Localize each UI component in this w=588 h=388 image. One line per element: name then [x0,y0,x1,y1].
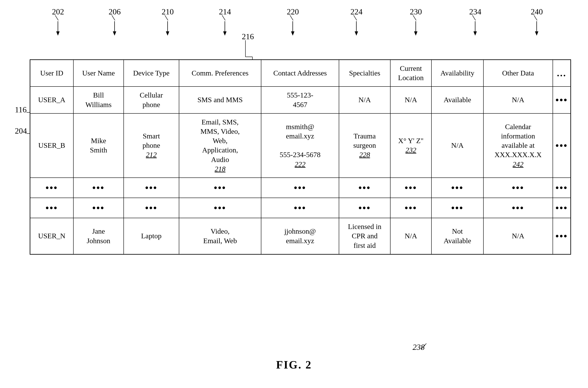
cell-specialties: N/A [339,87,390,113]
cell-other-data: N/A [484,87,553,113]
table-row-dots: ••• ••• ••• ••• ••• ••• ••• ••• ••• ••• [30,198,571,218]
cell-dots: ••• [124,178,179,198]
cell-dots: ••• [179,198,261,218]
svg-text:238: 238 [412,343,425,352]
cell-other-data: Calendarinformationavailable atXXX.XXX.X… [484,113,553,178]
cell-user-name: MikeSmith [73,113,124,178]
cell-user-name: JaneJohnson [73,218,124,254]
header-user-name: User Name [73,60,124,87]
cell-comm-prefs: Video,Email, Web [179,218,261,254]
cell-device-type: Laptop [124,218,179,254]
table-row: USER_B MikeSmith Smartphone 212 Email, S… [30,113,571,178]
cell-other-data: N/A [484,218,553,254]
cell-current-location: X° Y' Z" 232 [390,113,432,178]
cell-dots: ••• [390,178,432,198]
header-specialties: Specialties [339,60,390,87]
cell-current-location: N/A [390,218,432,254]
cell-dots: ••• [432,178,484,198]
cell-dots: ••• [30,178,73,198]
cell-device-type: Smartphone 212 [124,113,179,178]
svg-text:234: 234 [469,7,481,16]
cell-comm-prefs: Email, SMS,MMS, Video,Web,Application,Au… [179,113,261,178]
svg-text:230: 230 [410,7,422,16]
cell-current-location: N/A [390,87,432,113]
svg-line-19 [290,15,293,20]
cell-dots: ••• [553,198,571,218]
svg-line-2 [55,15,58,20]
cell-dots: ••• [484,178,553,198]
svg-text:116: 116 [15,105,27,114]
cell-dots: ••• [339,178,390,198]
cell-dots: ••• [73,198,124,218]
cell-dots: ••• [484,198,553,218]
cell-user-name: BillWilliams [73,87,124,113]
cell-more: ••• [553,113,571,178]
svg-text:202: 202 [52,7,64,16]
header-device-type: Device Type [124,60,179,87]
cell-dots: ••• [73,178,124,198]
svg-text:216: 216 [242,32,254,41]
svg-line-45 [421,343,426,349]
svg-text:214: 214 [219,7,231,16]
svg-text:206: 206 [109,7,121,16]
svg-line-22 [354,15,357,20]
cell-dots: ••• [390,198,432,218]
cell-dots: ••• [261,178,339,198]
svg-line-28 [472,15,476,20]
cell-specialties: Licensed inCPR andfirst aid [339,218,390,254]
cell-more: ••• [553,218,571,254]
cell-comm-prefs: SMS and MMS [179,87,261,113]
main-table-container: User ID User Name Device Type Comm. Pref… [30,59,571,255]
svg-line-8 [165,15,168,20]
cell-contact-addr: jjohnson@email.xyz [261,218,339,254]
figure-label: FIG. 2 [276,359,312,371]
cell-availability: NotAvailable [432,218,484,254]
cell-dots: ••• [432,198,484,218]
cell-availability: Available [432,87,484,113]
cell-contact-addr: msmith@email.xyz555-234-5678 222 [261,113,339,178]
cell-specialties: Traumasurgeon 228 [339,113,390,178]
cell-dots: ••• [553,178,571,198]
table-row: USER_A BillWilliams Cellularphone SMS an… [30,87,571,113]
data-table: User ID User Name Device Type Comm. Pref… [30,59,571,255]
cell-user-id: USER_A [30,87,73,113]
header-more: ... [553,60,571,87]
svg-line-25 [413,15,416,20]
cell-device-type: Cellularphone [124,87,179,113]
svg-text:224: 224 [350,7,362,16]
cell-dots: ••• [339,198,390,218]
cell-dots: ••• [179,178,261,198]
cell-dots: ••• [124,198,179,218]
header-contact-addr: Contact Addresses [261,60,339,87]
page: 202 206 210 214 216 220 224 [0,0,588,388]
svg-text:220: 220 [287,7,299,16]
table-row-dots: ••• ••• ••• ••• ••• ••• ••• ••• ••• ••• [30,178,571,198]
svg-line-11 [222,15,225,20]
svg-text:210: 210 [162,7,174,16]
svg-line-31 [534,15,537,20]
svg-text:204: 204 [15,126,27,135]
table-row: USER_N JaneJohnson Laptop Video,Email, W… [30,218,571,254]
header-user-id: User ID [30,60,73,87]
cell-user-id: USER_N [30,218,73,254]
svg-text:240: 240 [531,7,543,16]
cell-user-id: USER_B [30,113,73,178]
cell-more: ••• [553,87,571,113]
header-other-data: Other Data [484,60,553,87]
cell-contact-addr: 555-123-4567 [261,87,339,113]
header-availability: Availability [432,60,484,87]
svg-line-5 [112,15,115,20]
cell-dots: ••• [261,198,339,218]
cell-dots: ••• [30,198,73,218]
cell-availability: N/A [432,113,484,178]
header-current-location: CurrentLocation [390,60,432,87]
header-comm-prefs: Comm. Preferences [179,60,261,87]
